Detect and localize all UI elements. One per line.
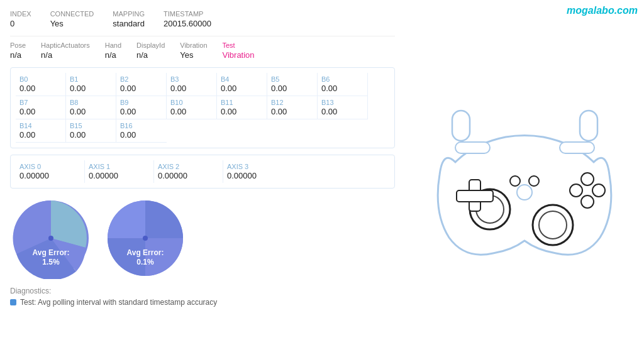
btn-val-10: 0.00	[170, 107, 186, 116]
svg-point-15	[581, 173, 594, 185]
timestamp-value: 20015.60000	[164, 19, 211, 28]
svg-point-14	[570, 184, 582, 197]
axis-label-2: AXIS 2	[158, 163, 219, 170]
buttons-grid: B00.00B10.00B20.00B30.00B40.00B50.00B60.…	[16, 73, 389, 143]
vibration-label: Vibration	[180, 41, 207, 49]
button-cell-6: B60.00	[318, 73, 368, 96]
main-layout: INDEX 0 CONNECTED Yes MAPPING standard T…	[0, 0, 644, 362]
btn-label-7: B7	[19, 99, 62, 106]
mapping-label: MAPPING	[113, 10, 145, 18]
axis-cell-3: AXIS 30.00000	[223, 160, 292, 183]
btn-val-8: 0.00	[70, 107, 86, 116]
connected-label: CONNECTED	[50, 10, 94, 18]
button-cell-9: B90.00	[116, 96, 167, 119]
svg-point-18	[510, 176, 520, 186]
left-panel: INDEX 0 CONNECTED Yes MAPPING standard T…	[0, 0, 405, 362]
btn-label-9: B9	[120, 99, 162, 106]
btn-val-7: 0.00	[19, 107, 35, 116]
diagnostics-item: Test: Avg polling interval with standard…	[10, 298, 395, 307]
axis-cell-0: AXIS 00.00000	[16, 160, 85, 183]
btn-val-13: 0.00	[321, 107, 337, 116]
button-cell-0: B00.00	[16, 73, 66, 96]
axis-label-0: AXIS 0	[19, 163, 80, 170]
diag-dot	[10, 299, 16, 305]
index-label: INDEX	[10, 10, 31, 18]
axis-cell-1: AXIS 10.00000	[85, 160, 154, 183]
mapping-col: MAPPING standard	[113, 10, 145, 28]
btn-label-6: B6	[321, 75, 364, 83]
btn-label-10: B10	[170, 99, 213, 106]
btn-val-15: 0.00	[70, 130, 86, 140]
button-cell-12: B120.00	[267, 96, 318, 119]
btn-val-1: 0.00	[70, 84, 86, 93]
index-col: INDEX 0	[10, 10, 31, 28]
pie-label-0: Avg Error: 1.5%	[10, 248, 92, 268]
axis-val-0: 0.00000	[19, 171, 49, 180]
pose-value: n/a	[10, 50, 21, 60]
btn-label-11: B11	[221, 99, 263, 106]
axis-label-1: AXIS 1	[89, 163, 150, 170]
diagnostics-label: Diagnostics:	[10, 287, 395, 295]
displayid-label: DisplayId	[136, 41, 165, 49]
connected-col: CONNECTED Yes	[50, 10, 94, 28]
button-cell-2: B20.00	[116, 73, 167, 96]
btn-val-12: 0.00	[271, 107, 287, 116]
svg-point-11	[539, 211, 567, 239]
button-cell-8: B80.00	[66, 96, 116, 119]
timestamp-col: TIMESTAMP 20015.60000	[164, 10, 211, 28]
header-row: INDEX 0 CONNECTED Yes MAPPING standard T…	[10, 10, 395, 28]
btn-label-4: B4	[221, 75, 263, 83]
btn-label-3: B3	[170, 75, 213, 83]
hand-col: Hand n/a	[105, 41, 121, 60]
pie-label-1: Avg Error: 0.1%	[104, 248, 186, 268]
hand-value: n/a	[105, 50, 116, 60]
btn-label-13: B13	[321, 99, 364, 106]
svg-rect-6	[455, 142, 490, 153]
btn-label-14: B14	[19, 122, 62, 129]
btn-val-9: 0.00	[120, 107, 136, 116]
vibration-col: Vibration Yes	[180, 41, 207, 60]
index-value: 0	[10, 19, 14, 28]
buttons-section: B00.00B10.00B20.00B30.00B40.00B50.00B60.…	[10, 67, 395, 148]
btn-val-2: 0.00	[120, 84, 136, 93]
svg-rect-4	[452, 111, 470, 141]
svg-point-17	[581, 195, 594, 208]
btn-val-3: 0.00	[170, 84, 186, 93]
button-cell-16: B160.00	[116, 119, 167, 143]
pie-chart-1: Avg Error: 0.1%	[104, 197, 186, 279]
test-value[interactable]: Vibration	[223, 50, 255, 60]
charts-row: Avg Error: 1.5% Avg Error:	[10, 197, 395, 279]
svg-rect-7	[560, 142, 594, 153]
connected-value: Yes	[50, 19, 64, 28]
button-cell-5: B50.00	[267, 73, 318, 96]
button-cell-13: B130.00	[318, 96, 368, 119]
btn-val-4: 0.00	[221, 84, 236, 93]
info-row: Pose n/a HapticActuators n/a Hand n/a Di…	[10, 36, 395, 60]
btn-val-16: 0.00	[120, 130, 136, 140]
svg-point-20	[517, 185, 532, 200]
btn-val-14: 0.00	[19, 130, 35, 140]
btn-label-15: B15	[70, 122, 112, 129]
watermark: mogalabo.com	[567, 5, 638, 16]
test-label: Test	[223, 41, 255, 49]
button-cell-15: B150.00	[66, 119, 116, 143]
svg-rect-5	[580, 111, 597, 141]
button-cell-3: B30.00	[167, 73, 217, 96]
svg-point-19	[529, 176, 539, 186]
btn-val-11: 0.00	[221, 107, 236, 116]
btn-label-2: B2	[120, 75, 162, 83]
diag-text: Test: Avg polling interval with standard…	[20, 298, 217, 307]
btn-val-6: 0.00	[321, 84, 337, 93]
displayid-value: n/a	[136, 50, 148, 60]
axis-val-3: 0.00000	[227, 171, 257, 180]
button-cell-10: B100.00	[167, 96, 217, 119]
button-cell-7: B70.00	[16, 96, 66, 119]
axis-val-2: 0.00000	[158, 171, 187, 180]
btn-label-16: B16	[120, 122, 163, 129]
displayid-col: DisplayId n/a	[136, 41, 165, 60]
axes-section: AXIS 00.00000AXIS 10.00000AXIS 20.00000A…	[10, 155, 395, 189]
test-col: Test Vibration	[223, 41, 255, 60]
btn-label-8: B8	[70, 99, 112, 106]
haptic-col: HapticActuators n/a	[41, 41, 90, 60]
button-cell-4: B40.00	[217, 73, 267, 96]
